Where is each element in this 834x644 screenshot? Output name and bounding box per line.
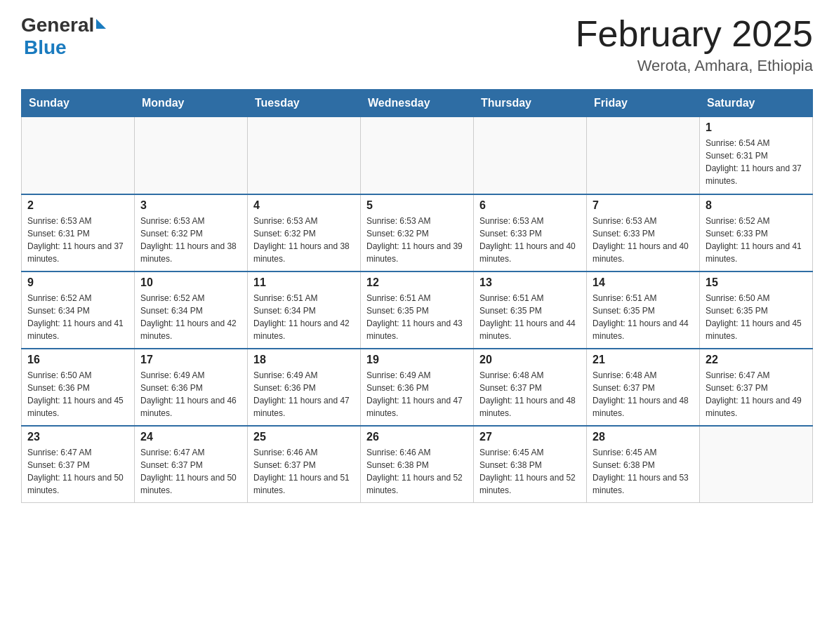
day-number: 11: [253, 276, 355, 289]
weekday-header-wednesday: Wednesday: [361, 90, 474, 117]
sunset-text: Sunset: 6:36 PM: [366, 383, 429, 393]
day-number: 1: [706, 121, 807, 134]
title-block: February 2025 Werota, Amhara, Ethiopia: [576, 14, 813, 75]
calendar-day-cell: 10Sunrise: 6:52 AMSunset: 6:34 PMDayligh…: [135, 271, 248, 349]
day-number: 18: [253, 354, 355, 366]
daylight-text: Daylight: 11 hours and 53 minutes.: [593, 473, 689, 495]
weekday-header-thursday: Thursday: [474, 90, 587, 117]
daylight-text: Daylight: 11 hours and 41 minutes.: [706, 241, 802, 264]
daylight-text: Daylight: 11 hours and 52 minutes.: [479, 473, 576, 495]
day-info: Sunrise: 6:51 AMSunset: 6:34 PMDaylight:…: [253, 292, 355, 342]
day-info: Sunrise: 6:50 AMSunset: 6:35 PMDaylight:…: [706, 292, 807, 342]
day-info: Sunrise: 6:47 AMSunset: 6:37 PMDaylight:…: [140, 446, 241, 497]
day-number: 28: [593, 431, 694, 443]
sunrise-text: Sunrise: 6:47 AM: [706, 370, 769, 380]
sunrise-text: Sunrise: 6:48 AM: [593, 370, 656, 380]
day-number: 15: [706, 276, 807, 289]
calendar-day-cell: [587, 117, 700, 194]
sunrise-text: Sunrise: 6:49 AM: [140, 370, 204, 380]
calendar-week-row: 1Sunrise: 6:54 AMSunset: 6:31 PMDaylight…: [22, 117, 813, 194]
day-info: Sunrise: 6:51 AMSunset: 6:35 PMDaylight:…: [593, 292, 694, 342]
day-info: Sunrise: 6:49 AMSunset: 6:36 PMDaylight:…: [253, 369, 355, 420]
sunrise-text: Sunrise: 6:50 AM: [27, 370, 91, 380]
logo: General Blue: [21, 14, 106, 59]
daylight-text: Daylight: 11 hours and 41 minutes.: [27, 318, 124, 341]
sunrise-text: Sunrise: 6:51 AM: [479, 293, 543, 303]
weekday-header-saturday: Saturday: [700, 90, 813, 117]
page-header: General Blue February 2025 Werota, Amhar…: [21, 14, 813, 75]
sunrise-text: Sunrise: 6:45 AM: [479, 448, 543, 457]
sunset-text: Sunset: 6:37 PM: [479, 383, 542, 393]
day-info: Sunrise: 6:49 AMSunset: 6:36 PMDaylight:…: [140, 369, 241, 420]
logo-general: General: [21, 14, 94, 36]
day-number: 23: [27, 431, 128, 443]
daylight-text: Daylight: 11 hours and 47 minutes.: [366, 396, 463, 418]
sunset-text: Sunset: 6:35 PM: [706, 306, 768, 316]
daylight-text: Daylight: 11 hours and 46 minutes.: [140, 396, 237, 418]
logo-arrow-icon: [96, 19, 106, 29]
sunset-text: Sunset: 6:33 PM: [706, 229, 768, 239]
sunset-text: Sunset: 6:36 PM: [140, 383, 203, 393]
day-number: 20: [479, 354, 581, 366]
weekday-header-monday: Monday: [135, 90, 248, 117]
daylight-text: Daylight: 11 hours and 40 minutes.: [479, 241, 576, 264]
calendar-day-cell: 7Sunrise: 6:53 AMSunset: 6:33 PMDaylight…: [587, 194, 700, 271]
day-info: Sunrise: 6:49 AMSunset: 6:36 PMDaylight:…: [366, 369, 468, 420]
day-info: Sunrise: 6:45 AMSunset: 6:38 PMDaylight:…: [479, 446, 581, 497]
daylight-text: Daylight: 11 hours and 39 minutes.: [366, 241, 463, 264]
calendar-day-cell: [474, 117, 587, 194]
day-number: 17: [140, 354, 241, 366]
daylight-text: Daylight: 11 hours and 40 minutes.: [593, 241, 689, 264]
calendar-day-cell: 5Sunrise: 6:53 AMSunset: 6:32 PMDaylight…: [361, 194, 474, 271]
sunset-text: Sunset: 6:32 PM: [140, 229, 203, 239]
day-number: 5: [366, 199, 468, 212]
day-number: 27: [479, 431, 581, 443]
day-number: 10: [140, 276, 241, 289]
day-info: Sunrise: 6:51 AMSunset: 6:35 PMDaylight:…: [366, 292, 468, 342]
day-info: Sunrise: 6:47 AMSunset: 6:37 PMDaylight:…: [27, 446, 128, 497]
calendar-day-cell: 24Sunrise: 6:47 AMSunset: 6:37 PMDayligh…: [135, 426, 248, 503]
sunrise-text: Sunrise: 6:50 AM: [706, 293, 769, 303]
sunrise-text: Sunrise: 6:47 AM: [27, 448, 91, 457]
calendar-week-row: 2Sunrise: 6:53 AMSunset: 6:31 PMDaylight…: [22, 194, 813, 271]
logo-text: General: [21, 14, 106, 36]
calendar-day-cell: 3Sunrise: 6:53 AMSunset: 6:32 PMDaylight…: [135, 194, 248, 271]
sunset-text: Sunset: 6:34 PM: [140, 306, 203, 316]
day-number: 3: [140, 199, 241, 212]
sunrise-text: Sunrise: 6:48 AM: [479, 370, 543, 380]
day-info: Sunrise: 6:52 AMSunset: 6:34 PMDaylight:…: [140, 292, 241, 342]
calendar-day-cell: 16Sunrise: 6:50 AMSunset: 6:36 PMDayligh…: [22, 349, 135, 426]
calendar-day-cell: 26Sunrise: 6:46 AMSunset: 6:38 PMDayligh…: [361, 426, 474, 503]
day-number: 4: [253, 199, 355, 212]
day-number: 6: [479, 199, 581, 212]
sunset-text: Sunset: 6:37 PM: [140, 460, 203, 470]
sunset-text: Sunset: 6:35 PM: [366, 306, 429, 316]
calendar-day-cell: [248, 117, 361, 194]
day-number: 2: [27, 199, 128, 212]
day-number: 22: [706, 354, 807, 366]
daylight-text: Daylight: 11 hours and 37 minutes.: [706, 163, 802, 186]
daylight-text: Daylight: 11 hours and 47 minutes.: [253, 396, 350, 418]
calendar-day-cell: 27Sunrise: 6:45 AMSunset: 6:38 PMDayligh…: [474, 426, 587, 503]
sunset-text: Sunset: 6:31 PM: [27, 229, 90, 239]
day-info: Sunrise: 6:48 AMSunset: 6:37 PMDaylight:…: [593, 369, 694, 420]
logo-blue: Blue: [24, 36, 67, 58]
day-number: 13: [479, 276, 581, 289]
daylight-text: Daylight: 11 hours and 44 minutes.: [593, 318, 689, 341]
calendar-day-cell: 13Sunrise: 6:51 AMSunset: 6:35 PMDayligh…: [474, 271, 587, 349]
calendar-day-cell: 11Sunrise: 6:51 AMSunset: 6:34 PMDayligh…: [248, 271, 361, 349]
sunrise-text: Sunrise: 6:51 AM: [593, 293, 656, 303]
sunset-text: Sunset: 6:31 PM: [706, 151, 768, 161]
daylight-text: Daylight: 11 hours and 50 minutes.: [140, 473, 237, 495]
calendar-day-cell: 17Sunrise: 6:49 AMSunset: 6:36 PMDayligh…: [135, 349, 248, 426]
calendar-table: SundayMondayTuesdayWednesdayThursdayFrid…: [21, 89, 813, 503]
sunset-text: Sunset: 6:37 PM: [27, 460, 90, 470]
daylight-text: Daylight: 11 hours and 42 minutes.: [253, 318, 350, 341]
day-info: Sunrise: 6:46 AMSunset: 6:38 PMDaylight:…: [366, 446, 468, 497]
day-info: Sunrise: 6:51 AMSunset: 6:35 PMDaylight:…: [479, 292, 581, 342]
sunset-text: Sunset: 6:36 PM: [253, 383, 316, 393]
daylight-text: Daylight: 11 hours and 49 minutes.: [706, 396, 802, 418]
sunrise-text: Sunrise: 6:49 AM: [253, 370, 317, 380]
calendar-day-cell: 1Sunrise: 6:54 AMSunset: 6:31 PMDaylight…: [700, 117, 813, 194]
daylight-text: Daylight: 11 hours and 44 minutes.: [479, 318, 576, 341]
